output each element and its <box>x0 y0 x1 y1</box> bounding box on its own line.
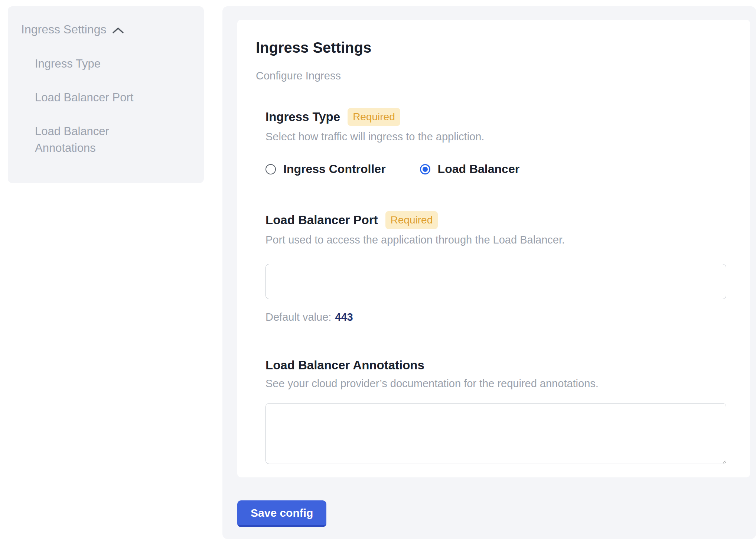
load-balancer-port-description: Port used to access the application thro… <box>265 233 726 247</box>
default-value: 443 <box>335 311 353 323</box>
save-config-button[interactable]: Save config <box>237 500 326 527</box>
radio-icon-load-balancer[interactable] <box>420 164 430 174</box>
load-balancer-port-label: Load Balancer Port <box>265 213 378 228</box>
radio-label-load-balancer[interactable]: Load Balancer <box>438 162 520 176</box>
main-panel: Ingress Settings Configure Ingress Ingre… <box>222 6 756 539</box>
sidebar-section-toggle[interactable]: Ingress Settings <box>21 23 190 36</box>
radio-option-load-balancer[interactable]: Load Balancer <box>420 162 520 176</box>
sidebar-nav: Ingress Type Load Balancer Port Load Bal… <box>21 56 190 157</box>
load-balancer-annotations-section: Load Balancer Annotations See your cloud… <box>265 358 726 464</box>
ingress-type-label: Ingress Type <box>265 110 340 124</box>
page-title: Ingress Settings <box>256 39 726 56</box>
sidebar-item-load-balancer-annotations[interactable]: Load Balancer Annotations <box>35 123 154 157</box>
sidebar-item-ingress-type[interactable]: Ingress Type <box>35 56 154 72</box>
default-value-label: Default value: <box>265 311 331 323</box>
load-balancer-port-section: Load Balancer Port Required Port used to… <box>265 211 726 324</box>
radio-label-ingress-controller[interactable]: Ingress Controller <box>283 162 386 176</box>
load-balancer-port-required-badge: Required <box>385 211 438 229</box>
sidebar-section-title: Ingress Settings <box>21 23 106 36</box>
load-balancer-annotations-label: Load Balancer Annotations <box>265 358 424 373</box>
ingress-type-required-badge: Required <box>348 108 400 126</box>
default-value-line: Default value:443 <box>265 310 726 324</box>
ingress-type-radio-group: Ingress Controller Load Balancer <box>265 162 726 176</box>
load-balancer-annotations-textarea[interactable] <box>265 403 726 464</box>
ingress-settings-card: Ingress Settings Configure Ingress Ingre… <box>237 20 750 477</box>
ingress-type-section: Ingress Type Required Select how traffic… <box>265 108 726 176</box>
load-balancer-annotations-description: See your cloud provider’s documentation … <box>265 376 726 391</box>
page-subtitle: Configure Ingress <box>256 69 726 82</box>
chevron-up-icon <box>112 27 124 34</box>
load-balancer-port-input[interactable] <box>265 264 726 299</box>
settings-sidebar: Ingress Settings Ingress Type Load Balan… <box>8 6 204 183</box>
sidebar-item-load-balancer-port[interactable]: Load Balancer Port <box>35 89 154 106</box>
radio-icon-ingress-controller[interactable] <box>265 164 276 174</box>
ingress-type-description: Select how traffic will ingress to the a… <box>265 130 726 144</box>
radio-option-ingress-controller[interactable]: Ingress Controller <box>265 162 386 176</box>
